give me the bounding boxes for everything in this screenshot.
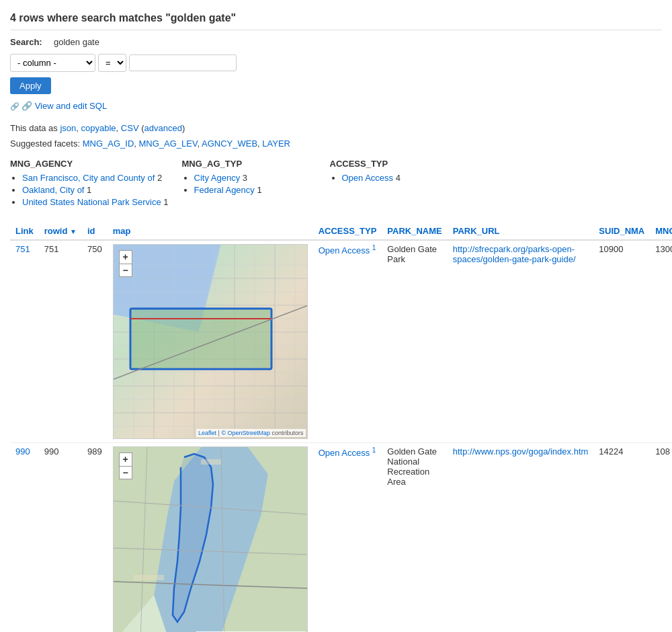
zoom-in-990[interactable]: + — [119, 452, 132, 466]
data-formats: This data as json, copyable, CSV (advanc… — [10, 123, 662, 133]
sort-desc-icon: ▼ — [70, 228, 77, 235]
cell-access-990: Open Access 1 — [313, 443, 382, 633]
zoom-out-990[interactable]: − — [119, 466, 132, 479]
col-id-header[interactable]: id — [87, 226, 95, 236]
table-header-row: Link rowid ▼ id map ACCESS_TYP PARK_NAME… — [10, 223, 672, 240]
list-item: City Agency 3 — [194, 173, 317, 183]
map-990[interactable]: + − Leaflet | © OpenStreetMap contributo… — [113, 446, 308, 632]
leaflet-link[interactable]: Leaflet — [198, 430, 216, 436]
th-link: Link — [10, 223, 39, 240]
access-badge-751: 1 — [372, 244, 376, 251]
list-item: Federal Agency 1 — [194, 185, 317, 195]
cell-access-751: Open Access 1 — [313, 240, 382, 443]
th-mng-ag-id: MNG_AG_ID — [650, 223, 672, 240]
facet-section: MNG_AGENCY San Francisco, City and Count… — [10, 159, 662, 209]
operator-select[interactable]: = — [98, 54, 126, 72]
cell-rowid-751: 751 — [39, 240, 82, 443]
col-access-header[interactable]: ACCESS_TYP — [319, 226, 377, 236]
filter-row: - column -LinkrowididmapACCESS_TYPPARK_N… — [10, 54, 662, 72]
copyable-link[interactable]: copyable — [81, 123, 116, 133]
filter-value-input[interactable] — [129, 54, 237, 71]
facet-open-access-link[interactable]: Open Access — [342, 173, 394, 183]
map-svg-990 — [114, 447, 307, 632]
cell-id-990: 989 — [82, 443, 108, 633]
cell-map-751: + − Leaflet | © OpenStreetMap contributo… — [108, 240, 313, 443]
table-row: 990 990 989 — [10, 443, 672, 633]
park-url-link-751[interactable]: http://sfrecpark.org/parks-open-spaces/g… — [453, 244, 576, 264]
facet-layer[interactable]: LAYER — [262, 139, 290, 149]
zoom-in-751[interactable]: + — [119, 250, 132, 264]
map-attribution-751: Leaflet | © OpenStreetMap contributors — [196, 429, 306, 437]
row-link-751[interactable]: 751 — [15, 244, 30, 254]
facet-mng-ag-lev[interactable]: MNG_AG_LEV — [139, 139, 198, 149]
facet-sf-link[interactable]: San Francisco, City and County of — [22, 173, 155, 183]
suggested-facets: Suggested facets: MNG_AG_ID, MNG_AG_LEV,… — [10, 139, 662, 149]
cell-rowid-990: 990 — [39, 443, 82, 633]
cell-park-url-751: http://sfrecpark.org/parks-open-spaces/g… — [448, 240, 594, 443]
col-url-header[interactable]: PARK_URL — [453, 226, 500, 236]
facet-city-agency-link[interactable]: City Agency — [194, 173, 241, 183]
access-badge-990: 1 — [372, 446, 376, 454]
facet-group-mng-agency: MNG_AGENCY San Francisco, City and Count… — [10, 159, 169, 209]
search-value: golden gate — [54, 37, 99, 47]
search-label: Search: — [10, 37, 47, 47]
cell-park-url-990: http://www.nps.gov/goga/index.htm — [448, 443, 594, 633]
cell-link-751: 751 — [10, 240, 39, 443]
cell-park-name-751: Golden Gate Park — [382, 240, 447, 443]
map-svg-751 — [114, 245, 307, 438]
list-item: United States National Park Service 1 — [22, 197, 169, 207]
csv-link[interactable]: CSV — [121, 123, 139, 133]
th-suid-nma: SUID_NMA — [593, 223, 650, 240]
apply-button[interactable]: Apply — [10, 77, 51, 94]
map-controls-990[interactable]: + − — [119, 452, 132, 479]
cell-id-751: 750 — [82, 240, 108, 443]
map-controls-751[interactable]: + − — [119, 250, 132, 277]
column-select[interactable]: - column -LinkrowididmapACCESS_TYPPARK_N… — [10, 54, 95, 72]
cell-suid-990: 14224 — [593, 443, 650, 633]
list-item: Open Access 4 — [342, 173, 464, 183]
park-url-link-990[interactable]: http://www.nps.gov/goga/index.htm — [453, 446, 589, 457]
json-link[interactable]: json — [60, 123, 76, 133]
facet-mng-agency-title: MNG_AGENCY — [10, 159, 169, 169]
facet-group-access-typ: ACCESS_TYP Open Access 4 — [330, 159, 464, 209]
th-park-name: PARK_NAME — [382, 223, 447, 240]
th-access-typ: ACCESS_TYP — [313, 223, 382, 240]
advanced-link[interactable]: advanced — [144, 123, 182, 133]
sql-link-icon: 🔗 — [22, 101, 32, 111]
cell-park-name-990: Golden Gate National Recreation Area — [382, 443, 447, 633]
facet-group-mng-ag-typ: MNG_AG_TYP City Agency 3 Federal Agency … — [182, 159, 317, 209]
col-mng-ag-id-header[interactable]: MNG_AG_ID — [655, 226, 672, 236]
osm-link[interactable]: © OpenStreetMap — [221, 430, 270, 436]
cell-mng-ag-id-751: 1300 — [650, 240, 672, 443]
cell-link-990: 990 — [10, 443, 39, 633]
table-row: 751 751 750 — [10, 240, 672, 443]
list-item: San Francisco, City and County of 2 — [22, 173, 169, 183]
facet-mng-ag-id[interactable]: MNG_AG_ID — [83, 139, 134, 149]
cell-suid-751: 10900 — [593, 240, 650, 443]
view-edit-sql-link[interactable]: 🔗 View and edit SQL — [10, 101, 107, 111]
map-751[interactable]: + − Leaflet | © OpenStreetMap contributo… — [113, 244, 308, 439]
search-row: Search: golden gate — [10, 37, 662, 47]
facet-access-typ-title: ACCESS_TYP — [330, 159, 464, 169]
th-map: map — [108, 223, 313, 240]
page-title: 4 rows where search matches "golden gate… — [10, 7, 662, 30]
row-link-990[interactable]: 990 — [15, 446, 30, 457]
col-link-header[interactable]: Link — [15, 226, 34, 236]
facet-agncy-web[interactable]: AGNCY_WEB — [202, 139, 257, 149]
access-typ-link-751[interactable]: Open Access — [319, 245, 370, 255]
svg-rect-36 — [201, 459, 221, 465]
th-park-url: PARK_URL — [448, 223, 594, 240]
col-park-header[interactable]: PARK_NAME — [387, 226, 442, 236]
access-typ-link-990[interactable]: Open Access — [319, 448, 370, 458]
col-suid-header[interactable]: SUID_NMA — [599, 226, 644, 236]
facet-nps-link[interactable]: United States National Park Service — [22, 197, 161, 207]
svg-rect-23 — [130, 309, 271, 369]
facet-oakland-link[interactable]: Oakland, City of — [22, 185, 85, 195]
col-map-header[interactable]: map — [113, 226, 131, 236]
facet-federal-agency-link[interactable]: Federal Agency — [194, 185, 255, 195]
list-item: Oakland, City of 1 — [22, 185, 169, 195]
col-rowid-header[interactable]: rowid ▼ — [44, 226, 77, 236]
zoom-out-751[interactable]: − — [119, 264, 132, 277]
cell-mng-ag-id-990: 108 — [650, 443, 672, 633]
svg-rect-37 — [134, 575, 164, 580]
